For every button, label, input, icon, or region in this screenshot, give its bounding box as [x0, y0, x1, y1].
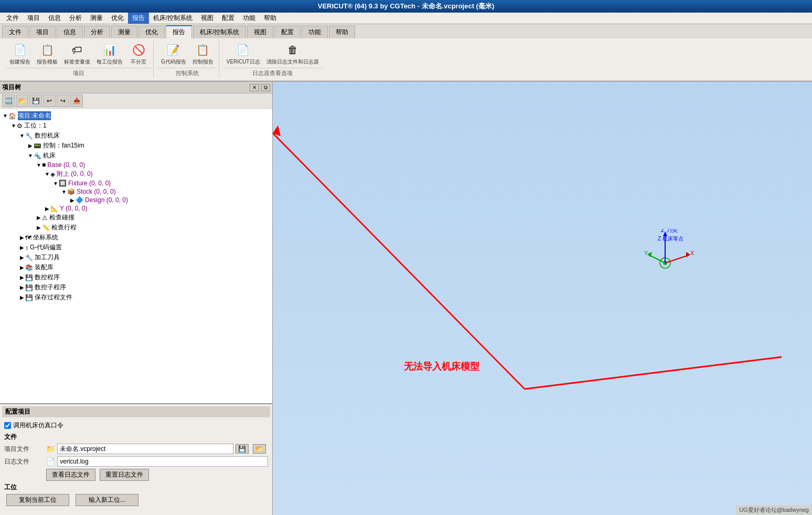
tree-item-gcode-offset[interactable]: ▶↕G-代码偏置 — [2, 243, 270, 253]
toolbar-btn-0-4[interactable]: 🚫不分页 — [126, 40, 151, 67]
tree-expand-root[interactable]: ▼ — [2, 113, 8, 119]
toolbar-tab-2[interactable]: 信息 — [57, 26, 83, 38]
tree-close-button[interactable]: ✕ — [250, 84, 259, 91]
tree-item-cnc[interactable]: ▼🔧数控机床 — [2, 131, 270, 141]
toolbar-btn-0-3[interactable]: 📊每工位报告 — [93, 40, 126, 67]
tree-item-root[interactable]: ▼🏠项目:未命名 — [2, 111, 270, 121]
project-file-browse-btn[interactable]: 📂 — [253, 444, 266, 454]
project-file-input[interactable] — [57, 444, 233, 454]
menu-item-6[interactable]: 报告 — [128, 13, 149, 24]
tree-expand-stock[interactable]: ▼ — [61, 189, 67, 195]
tree-label-gcode-offset: G-代码偏置 — [30, 243, 62, 252]
tree-expand-fixture[interactable]: ▼ — [52, 181, 59, 186]
toolbar-tab-10[interactable]: 功能 — [302, 26, 328, 38]
menu-item-1[interactable]: 项目 — [23, 13, 44, 24]
toolbar-tab-7[interactable]: 机床/控制系统 — [193, 26, 246, 38]
tree-tool-new[interactable]: 🆕 — [2, 94, 15, 107]
menu-item-7[interactable]: 机床/控制系统 — [149, 13, 197, 24]
tree-item-nc-prog[interactable]: ▶💾数控程序 — [2, 272, 270, 282]
toolbar-tab-6[interactable]: 报告 — [166, 25, 192, 38]
menu-item-9[interactable]: 配置 — [218, 13, 239, 24]
tree-item-tools[interactable]: ▶🔧加工刀具 — [2, 253, 270, 262]
toolbar-tab-3[interactable]: 分析 — [84, 26, 110, 38]
tree-tool-export[interactable]: 📤 — [70, 94, 83, 107]
tree-item-ctrl[interactable]: ▶📟控制：fan15im — [2, 141, 270, 151]
reset-log-btn[interactable]: 重置日志文件 — [100, 469, 149, 481]
tree-item-fixture[interactable]: ▼🔲Fixture (0, 0, 0) — [2, 179, 270, 187]
tree-item-design[interactable]: ▶🔷Design (0, 0, 0) — [2, 196, 270, 204]
toolbar-btn-0-2[interactable]: 🏷标签变量值 — [61, 40, 93, 67]
tree-item-base[interactable]: ▼■Base (0, 0, 0) — [2, 161, 270, 169]
toolbar-btn-icon-2-0: 📄 — [235, 41, 252, 58]
tree-expand-machine[interactable]: ▼ — [27, 153, 34, 159]
toolbar-tab-9[interactable]: 配置 — [274, 26, 301, 38]
tree-item-y-axis[interactable]: ▶📐Y (0, 0, 0) — [2, 204, 270, 213]
simulate-checkbox[interactable] — [4, 422, 11, 429]
tree-item-check-path[interactable]: ▶📏检查行程 — [2, 223, 270, 233]
menu-item-8[interactable]: 视图 — [197, 13, 218, 24]
menu-item-10[interactable]: 功能 — [239, 13, 260, 24]
tree-tool-open[interactable]: 📂 — [16, 94, 28, 107]
tree-item-sub-prog[interactable]: ▶💾数控子程序 — [2, 282, 270, 292]
toolbar-tab-8[interactable]: 视图 — [247, 26, 273, 38]
tree-item-machine[interactable]: ▼🔩机床 — [2, 151, 270, 161]
menu-item-3[interactable]: 分析 — [65, 13, 86, 24]
tree-item-stock[interactable]: ▼📦Stock (0, 0, 0) — [2, 187, 270, 196]
menu-item-0[interactable]: 文件 — [2, 13, 23, 24]
tree-expand-ctrl[interactable]: ▶ — [27, 143, 34, 149]
tree-expand-check-path[interactable]: ▶ — [36, 225, 42, 230]
copy-workpos-btn[interactable]: 复制当前工位 — [6, 494, 69, 506]
toolbar-tab-0[interactable]: 文件 — [2, 26, 28, 38]
tree-item-save-proc[interactable]: ▶💾保存过程文件 — [2, 292, 270, 302]
log-file-input[interactable] — [57, 456, 268, 467]
tree-expand-cnc[interactable]: ▼ — [19, 133, 25, 139]
toolbar-tab-11[interactable]: 帮助 — [329, 26, 355, 38]
toolbar-tab-5[interactable]: 优化 — [138, 26, 165, 38]
tree-expand-tool-lib[interactable]: ▶ — [19, 265, 25, 270]
tree-item-tool-lib[interactable]: ▶📚装配库 — [2, 262, 270, 272]
tree-tool-undo[interactable]: ↩ — [43, 94, 56, 107]
tree-icon-sub-prog: 💾 — [25, 284, 33, 291]
view-log-btn[interactable]: 查看日志文件 — [46, 469, 95, 481]
tree-expand-design[interactable]: ▶ — [69, 197, 76, 203]
tree-item-attach[interactable]: ▼◈附上 (0, 0, 0) — [2, 169, 270, 179]
tree-icon-workpos: ⚙ — [17, 122, 23, 130]
svg-text:Z 刀尖: Z 刀尖 — [661, 229, 678, 233]
tree-item-coords[interactable]: ▶🗺坐标系统 — [2, 233, 270, 243]
tree-content[interactable]: ▼🏠项目:未命名▼⚙工位：1▼🔧数控机床▶📟控制：fan15im▼🔩机床▼■Ba… — [0, 109, 272, 403]
input-workpos-btn[interactable]: 输入新工位... — [76, 494, 138, 506]
viewport[interactable]: Z 刀尖 Z 机床零点 X Y 无法导入机床模型 — [273, 82, 812, 515]
tree-item-collision[interactable]: ▶⚠检查碰撞 — [2, 213, 270, 223]
tree-expand-y-axis[interactable]: ▶ — [44, 206, 50, 212]
project-file-save-btn[interactable]: 💾 — [236, 444, 249, 454]
toolbar-btn-1-0[interactable]: 📝G代码报告 — [158, 40, 189, 67]
tree-expand-workpos[interactable]: ▼ — [10, 123, 17, 129]
menu-item-5[interactable]: 优化 — [107, 13, 128, 24]
toolbar-tab-1[interactable]: 项目 — [29, 26, 56, 38]
tree-detach-button[interactable]: ⧉ — [261, 84, 270, 91]
tree-icon-tool-lib: 📚 — [25, 264, 33, 271]
bottom-credits: UG爱好者论坛@badwyneg — [736, 505, 812, 515]
toolbar-btn-0-1[interactable]: 📋报告模板 — [34, 40, 61, 67]
tree-tool-redo[interactable]: ↪ — [57, 94, 69, 107]
menu-item-4[interactable]: 测量 — [86, 13, 107, 24]
menu-item-2[interactable]: 信息 — [44, 13, 65, 24]
tree-expand-base[interactable]: ▼ — [36, 162, 42, 168]
tree-expand-coords[interactable]: ▶ — [19, 235, 25, 240]
toolbar-btn-0-0[interactable]: 📄创建报告 — [6, 40, 34, 67]
tree-item-workpos[interactable]: ▼⚙工位：1 — [2, 121, 270, 131]
toolbar-btn-icon-1-0: 📝 — [165, 41, 182, 58]
tree-expand-collision[interactable]: ▶ — [36, 215, 42, 220]
toolbar-btn-2-0[interactable]: 📄VERICUT日志 — [223, 40, 263, 67]
tree-expand-nc-prog[interactable]: ▶ — [19, 275, 25, 280]
menu-item-11[interactable]: 帮助 — [260, 13, 281, 24]
tree-tool-save[interactable]: 💾 — [29, 94, 42, 107]
toolbar-btn-2-1[interactable]: 🗑清除日志文件和日志器 — [263, 40, 322, 67]
tree-expand-sub-prog[interactable]: ▶ — [19, 285, 25, 290]
toolbar-tab-4[interactable]: 测量 — [111, 26, 137, 38]
tree-expand-tools[interactable]: ▶ — [19, 255, 25, 260]
toolbar-btn-1-1[interactable]: 📋控制报告 — [189, 40, 217, 67]
tree-expand-gcode-offset[interactable]: ▶ — [19, 245, 25, 250]
tree-expand-attach[interactable]: ▼ — [44, 171, 50, 177]
tree-expand-save-proc[interactable]: ▶ — [19, 295, 25, 300]
